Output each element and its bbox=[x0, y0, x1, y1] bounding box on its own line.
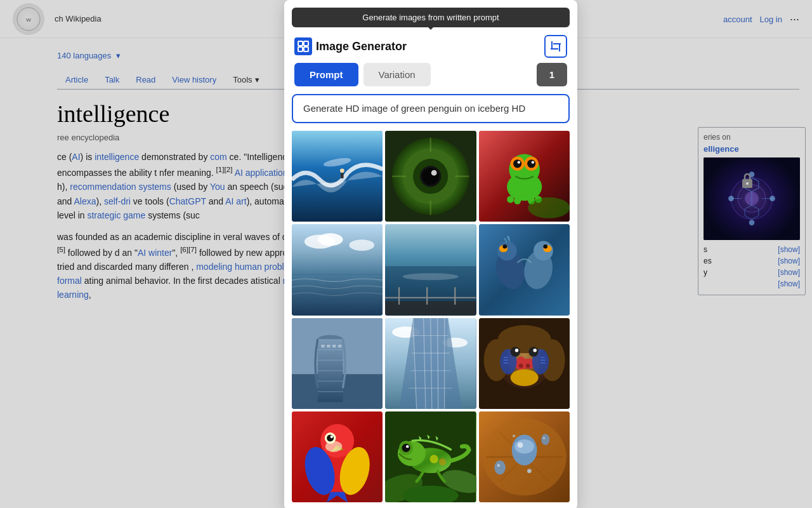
svg-point-160 bbox=[527, 469, 532, 473]
svg-point-46 bbox=[527, 159, 535, 168]
generated-image-1[interactable] bbox=[292, 131, 383, 222]
svg-point-118 bbox=[510, 347, 520, 356]
svg-point-124 bbox=[510, 369, 538, 385]
generated-image-3[interactable] bbox=[479, 131, 570, 222]
prompt-input[interactable] bbox=[303, 103, 558, 114]
tab-prompt[interactable]: Prompt bbox=[294, 63, 358, 86]
crop-icon[interactable] bbox=[544, 35, 567, 58]
gen-input-wrap[interactable] bbox=[292, 94, 570, 123]
gen-tabs: Prompt Variation 1 bbox=[284, 63, 577, 94]
svg-rect-18 bbox=[304, 41, 308, 46]
svg-point-121 bbox=[533, 349, 537, 352]
svg-point-156 bbox=[494, 460, 506, 474]
generator-panel: Generate images from written prompt Imag… bbox=[284, 0, 577, 508]
svg-rect-109 bbox=[515, 359, 534, 368]
tooltip-bar: Generate images from written prompt bbox=[292, 8, 570, 27]
svg-point-155 bbox=[517, 442, 523, 448]
generated-image-9[interactable] bbox=[479, 318, 570, 409]
svg-point-66 bbox=[403, 274, 459, 281]
generator-title: Image Generator bbox=[316, 40, 407, 53]
generator-logo: Image Generator bbox=[294, 37, 407, 55]
svg-point-71 bbox=[502, 244, 507, 249]
svg-point-123 bbox=[526, 363, 530, 368]
tab-variation[interactable]: Variation bbox=[363, 63, 431, 86]
generated-image-10[interactable] bbox=[292, 411, 383, 502]
svg-rect-86 bbox=[327, 345, 331, 347]
svg-point-130 bbox=[331, 435, 333, 438]
svg-point-141 bbox=[402, 444, 410, 452]
svg-point-133 bbox=[325, 441, 342, 452]
svg-point-129 bbox=[327, 434, 334, 441]
svg-rect-88 bbox=[338, 345, 342, 347]
generator-header: Image Generator bbox=[284, 27, 577, 63]
generated-image-7[interactable] bbox=[292, 318, 383, 409]
svg-rect-20 bbox=[304, 47, 308, 51]
svg-point-161 bbox=[513, 434, 515, 437]
svg-point-49 bbox=[507, 196, 514, 203]
svg-rect-17 bbox=[298, 41, 303, 46]
svg-rect-87 bbox=[332, 345, 336, 347]
svg-point-35 bbox=[431, 170, 437, 176]
svg-rect-19 bbox=[298, 47, 303, 51]
svg-point-142 bbox=[406, 445, 409, 448]
svg-point-53 bbox=[528, 197, 570, 218]
count-button[interactable]: 1 bbox=[537, 63, 567, 86]
generated-image-4[interactable] bbox=[292, 224, 383, 315]
generated-image-6[interactable] bbox=[479, 224, 570, 315]
generated-image-11[interactable] bbox=[385, 411, 476, 502]
svg-rect-85 bbox=[321, 345, 325, 347]
svg-point-159 bbox=[543, 437, 545, 439]
svg-point-147 bbox=[439, 458, 446, 465]
svg-point-48 bbox=[531, 161, 534, 163]
svg-point-119 bbox=[528, 347, 538, 356]
svg-point-75 bbox=[543, 244, 547, 249]
tooltip-text: Generate images from written prompt bbox=[362, 13, 499, 22]
generated-image-12[interactable] bbox=[479, 411, 570, 502]
svg-point-57 bbox=[349, 240, 374, 251]
svg-point-154 bbox=[514, 439, 534, 453]
svg-point-146 bbox=[430, 455, 438, 463]
svg-point-122 bbox=[519, 363, 523, 368]
svg-point-157 bbox=[497, 464, 499, 467]
generated-image-2[interactable] bbox=[385, 131, 476, 222]
svg-point-50 bbox=[514, 197, 521, 204]
svg-point-47 bbox=[517, 161, 520, 163]
generated-image-5[interactable] bbox=[385, 224, 476, 315]
svg-point-27 bbox=[340, 169, 344, 173]
svg-point-120 bbox=[514, 349, 518, 352]
svg-point-45 bbox=[513, 159, 521, 168]
svg-point-34 bbox=[422, 168, 439, 184]
svg-point-158 bbox=[541, 434, 549, 445]
svg-point-56 bbox=[318, 234, 343, 246]
svg-rect-28 bbox=[341, 173, 343, 178]
image-grid bbox=[284, 131, 577, 502]
gen-logo-icon bbox=[294, 37, 312, 55]
generated-image-8[interactable] bbox=[385, 318, 476, 409]
